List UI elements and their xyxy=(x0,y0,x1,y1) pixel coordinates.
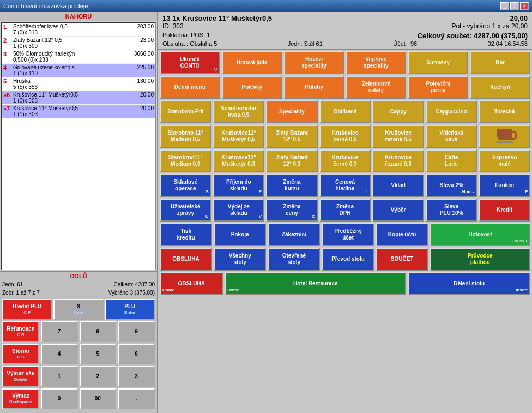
polovicni-porce-button[interactable]: Polovičníporce xyxy=(408,76,468,99)
num3-button[interactable]: 3 xyxy=(118,366,155,387)
order-title: 13 1x Krušovice 11° Mušketýr0,5 xyxy=(162,14,272,22)
hovezi-speciality-button[interactable]: Hovězíspeciality xyxy=(284,51,344,74)
hotel-restaurace-button[interactable]: Hotel Restaurace Home xyxy=(225,272,406,295)
obsluha-button[interactable]: OBSLUHA xyxy=(160,248,212,271)
vyber-button[interactable]: Výběr xyxy=(372,199,424,222)
num8-button[interactable]: 8 xyxy=(80,321,117,342)
krusovice-rezane03-button[interactable]: Krušoviceřezané 0,3 xyxy=(372,149,424,172)
prevod-stolu-button[interactable]: Převod stolu xyxy=(322,248,374,271)
schofferhofer-button[interactable]: Schöfferhoferkvas.0,5 xyxy=(213,100,265,123)
hotovost-button[interactable]: Hotovost Num + xyxy=(430,223,530,246)
zeleninove-salaty-button[interactable]: Zeleninovésaláty xyxy=(346,76,406,99)
funkce-button[interactable]: Funkce F xyxy=(479,174,530,197)
maximize-button[interactable]: □ xyxy=(510,2,519,10)
num5-button[interactable]: 5 xyxy=(80,344,117,364)
krusovice-cerne05-button[interactable]: Krušovicečerné 0,5 xyxy=(319,125,371,148)
num7-button[interactable]: 7 xyxy=(41,321,78,342)
order-item-num: 5 xyxy=(3,78,13,85)
order-item[interactable]: »7Krušovice 11° Mušketýr0,51 (1)x 30320,… xyxy=(2,105,155,118)
vsechny-stoly-button[interactable]: Všechnystoly xyxy=(214,248,266,271)
ukoncit-conto-button[interactable]: UkončitCONTO Q xyxy=(160,51,220,74)
uzivatelske-zpravy-button[interactable]: Uživatelskézprávy U xyxy=(160,199,211,222)
right-panel: 13 1x Krušovice 11° Mušketýr0,5 20,00 ID… xyxy=(158,12,532,413)
cappy-button[interactable]: Cappy xyxy=(372,100,424,123)
order-item[interactable]: »6Krušovice 11° Mušketýr0,51 (0)x 30320,… xyxy=(2,91,155,105)
order-item[interactable]: 2Zlatý Bažant 12° 0,51 (0)x 30923,00 xyxy=(2,37,155,50)
num1-button[interactable]: 1 xyxy=(41,366,78,387)
pokoje-button[interactable]: Pokoje xyxy=(214,223,266,246)
starobrno11-05-button[interactable]: Starobrno 11°Medium 0,5 xyxy=(160,125,211,148)
kopie-uctu-button[interactable]: Kopie účtu xyxy=(376,223,428,246)
zmena-dph-button[interactable]: ZměnaDPH xyxy=(319,199,371,222)
order-item-desc: Zlatý Bažant 12° 0,51 (0)x 309 xyxy=(13,37,126,49)
num0-button[interactable]: 0 xyxy=(41,388,78,409)
prijem-do-skladu-button[interactable]: Příjem doskladu P xyxy=(213,174,265,197)
num9-button[interactable]: 9 xyxy=(118,321,155,342)
refundace-button[interactable]: Refundace C R xyxy=(2,321,39,342)
plu-button[interactable]: PLU Enter xyxy=(105,299,155,320)
vymaz-vse-button[interactable]: Výmaz vše Delete xyxy=(2,366,39,387)
zmena-kurzu-button[interactable]: Změnakurzu xyxy=(266,174,318,197)
denni-menu-button[interactable]: Denní menu xyxy=(160,76,220,99)
kuchyn-button[interactable]: Kuchyň xyxy=(470,76,530,99)
order-item[interactable]: 1Schöfferhofer kvas.0,57 (0)x 313203,00 xyxy=(2,23,155,37)
num6-button[interactable]: 6 xyxy=(118,344,155,364)
otevrene-stoly-button[interactable]: Otevřenéstoly xyxy=(268,248,320,271)
vklad-button[interactable]: Vklad xyxy=(372,174,424,197)
espresso-male-button[interactable]: Espressomalé xyxy=(479,149,530,172)
kredit-button[interactable]: Kredit xyxy=(479,199,530,222)
starobrno11-03-button[interactable]: Starobrno11°Medium 0,3 xyxy=(160,149,211,172)
polevky-button[interactable]: Polévky xyxy=(222,76,282,99)
krusovice-rezane05-button[interactable]: Krušoviceřezané 0,5 xyxy=(372,125,424,148)
vydej-ze-skladu-button[interactable]: Výdej zeskladu V xyxy=(213,199,265,222)
krusovice-cerne03-button[interactable]: Krušovicečerné 0,3 xyxy=(319,149,371,172)
order-item[interactable]: 350% Olomoucký harlekýn0,500 (0)x 233366… xyxy=(2,50,155,64)
coffee-image-button[interactable] xyxy=(479,125,530,148)
close-button[interactable]: ✕ xyxy=(520,2,529,10)
videnska-kava-button[interactable]: Vídeňskákáva xyxy=(426,125,477,148)
decimal-button[interactable]: . xyxy=(118,388,155,409)
hledat-plu-button[interactable]: Hledat PLU C F xyxy=(2,299,52,320)
order-pol: Pol.- vybráno 1 x za 20,00 xyxy=(452,22,528,30)
sleva2-button[interactable]: Sleva 2% Num - xyxy=(426,174,477,197)
storno-button[interactable]: Storno C S xyxy=(2,344,39,364)
minimize-button[interactable]: _ xyxy=(500,2,509,10)
veprove-speciality-button[interactable]: Vepřovéspeciality xyxy=(346,51,406,74)
dolu-label: DOLŮ xyxy=(0,271,157,280)
sleva-plu10-button[interactable]: SlevaPLU 10% xyxy=(426,199,477,222)
num2-button[interactable]: 2 xyxy=(80,366,117,387)
predbeznz-ucet-button[interactable]: Předběžnýúčet xyxy=(322,223,374,246)
oblibene-button[interactable]: Oblíbené xyxy=(319,100,371,123)
zlaty-bazant12-05-button[interactable]: Zlatý Bažant12° 0,5 xyxy=(266,125,318,148)
cappuccino-button[interactable]: Cappuccino xyxy=(426,100,477,123)
vymaz-button[interactable]: Výmaz Backspace xyxy=(2,388,39,409)
menu-row-4: Starobrno 11°Medium 0,5 Krušovice11°Mušk… xyxy=(160,125,530,148)
suroviny-button[interactable]: Suroviny xyxy=(408,51,468,74)
datum: 02.04 16:54:53 xyxy=(488,40,528,47)
zmena-ceny-button[interactable]: Změnaceny C xyxy=(266,199,318,222)
obsluha-bottom-button[interactable]: OBSLUHA Home xyxy=(160,272,223,295)
deleni-stolu-button[interactable]: Dělení stolu Insert xyxy=(408,272,530,295)
order-item-price: 203,00 xyxy=(126,23,154,29)
speciality-button[interactable]: Speciality xyxy=(266,100,318,123)
soucet-button[interactable]: SOUČET xyxy=(376,248,428,271)
zlaty-bazant12-03-button[interactable]: Zlatý Bažant12° 0,3 xyxy=(266,149,318,172)
starobrno-frii-button[interactable]: Starobrno Frií xyxy=(160,100,211,123)
caffe-latte-button[interactable]: CaffeLatte xyxy=(426,149,477,172)
order-item[interactable]: 5Hruška5 (5)x 356130,00 xyxy=(2,77,155,91)
bar-button[interactable]: Bar xyxy=(470,51,530,74)
prilohy-button[interactable]: Přílohy xyxy=(284,76,344,99)
cenova-hladina-button[interactable]: Cenováhladina L xyxy=(319,174,371,197)
zakaznici-button[interactable]: Zákazníci xyxy=(268,223,320,246)
turecka-button[interactable]: Turecká xyxy=(479,100,530,123)
order-item[interactable]: 4Grilované uzené koleno s1 (1)x 110225,0… xyxy=(2,64,155,77)
krusovice11-musketyr03-button[interactable]: Krušovice11°Mušketýr 0,3 xyxy=(213,149,265,172)
num4-button[interactable]: 4 xyxy=(41,344,78,364)
x-button[interactable]: X Num xyxy=(53,299,103,320)
pruvodce-platbou-button[interactable]: Průvodceplatbou xyxy=(430,248,530,271)
tisk-kreditu-button[interactable]: Tiskkreditu xyxy=(160,223,212,246)
skladove-operace-button[interactable]: Skladovéoperace S xyxy=(160,174,211,197)
num00-button[interactable]: 00 xyxy=(80,388,117,409)
hotova-jidla-button[interactable]: Hotová jídla xyxy=(222,51,282,74)
krusovice11-musketyr05-button[interactable]: Krušovice11°Mušketýr 0,5 xyxy=(213,125,265,148)
